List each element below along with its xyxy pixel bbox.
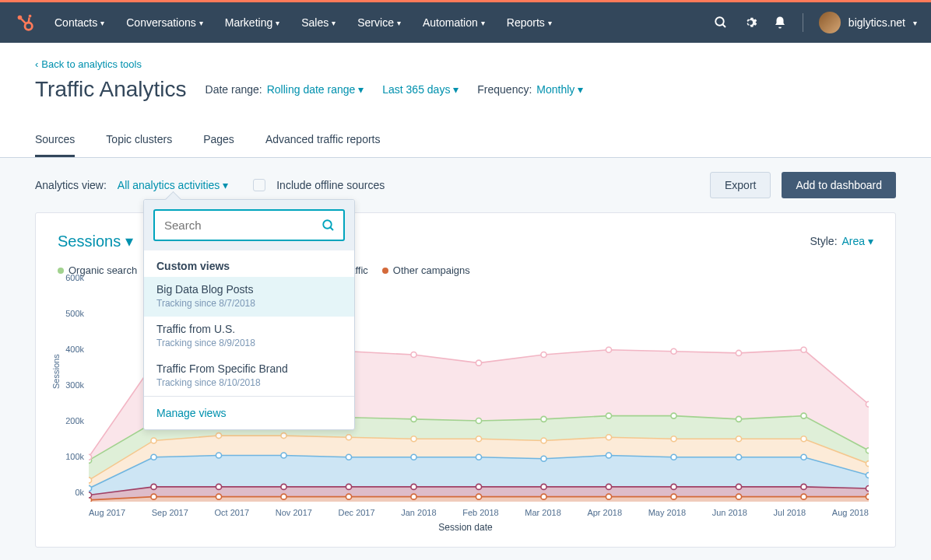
nav-right: biglytics.net ▾ xyxy=(714,12,917,33)
svg-point-42 xyxy=(671,454,676,460)
svg-point-31 xyxy=(801,484,806,489)
svg-point-22 xyxy=(216,484,221,489)
search-icon xyxy=(321,219,336,233)
svg-point-69 xyxy=(736,416,741,422)
manage-views-link[interactable]: Manage views xyxy=(156,407,227,419)
chevron-down-icon: ▾ xyxy=(332,19,336,27)
svg-point-66 xyxy=(541,416,546,422)
svg-line-4 xyxy=(29,17,30,23)
svg-point-21 xyxy=(151,484,156,489)
popup-item[interactable]: Traffic from U.S. Tracking since 8/9/201… xyxy=(144,317,354,356)
svg-point-43 xyxy=(736,454,741,460)
svg-point-50 xyxy=(346,435,351,440)
y-tick: 600k xyxy=(65,273,84,282)
popup-item-sub: Tracking since 8/9/2018 xyxy=(156,338,342,348)
user-menu[interactable]: biglytics.net ▾ xyxy=(819,12,917,33)
nav-marketing[interactable]: Marketing▾ xyxy=(225,16,279,29)
nav-sales[interactable]: Sales▾ xyxy=(301,16,336,29)
svg-point-58 xyxy=(866,461,869,467)
svg-point-30 xyxy=(736,484,741,489)
nav-items: Contacts▾ Conversations▾ Marketing▾ Sale… xyxy=(54,16,552,29)
popup-item-sub: Tracking since 8/10/2018 xyxy=(156,377,342,388)
svg-point-84 xyxy=(866,401,869,407)
chevron-down-icon: ▾ xyxy=(913,19,917,27)
svg-point-72 xyxy=(89,454,92,460)
x-tick: May 2018 xyxy=(648,508,686,517)
svg-point-52 xyxy=(476,436,481,442)
legend-item[interactable]: Other campaigns xyxy=(382,264,470,276)
style-dropdown[interactable]: Area ▾ xyxy=(842,235,873,247)
legend-dot xyxy=(58,268,64,274)
export-button[interactable]: Export xyxy=(710,172,771,198)
tab-topic-clusters[interactable]: Topic clusters xyxy=(106,124,172,157)
gear-icon[interactable] xyxy=(743,16,757,30)
svg-point-9 xyxy=(216,494,221,499)
frequency-dropdown[interactable]: Monthly ▾ xyxy=(536,83,583,96)
svg-point-34 xyxy=(151,454,156,460)
svg-point-39 xyxy=(476,454,481,460)
x-tick: Apr 2018 xyxy=(587,508,622,517)
date-range-value-dropdown[interactable]: Last 365 days ▾ xyxy=(382,83,458,96)
x-tick: Jun 2018 xyxy=(712,508,747,517)
nav-contacts[interactable]: Contacts▾ xyxy=(54,16,104,29)
y-tick: 0k xyxy=(75,488,84,497)
divider xyxy=(803,13,803,32)
svg-point-18 xyxy=(801,494,806,499)
svg-point-12 xyxy=(411,494,416,499)
nav-service[interactable]: Service▾ xyxy=(357,16,401,29)
svg-point-19 xyxy=(866,494,869,499)
y-tick: 400k xyxy=(65,345,84,354)
offline-label: Include offline sources xyxy=(276,179,385,191)
back-link[interactable]: ‹Back to analytics tools xyxy=(35,58,142,70)
svg-point-32 xyxy=(866,486,869,492)
svg-point-14 xyxy=(541,494,546,499)
bell-icon[interactable] xyxy=(773,16,787,30)
svg-point-71 xyxy=(866,448,869,453)
nav-conversations[interactable]: Conversations▾ xyxy=(126,16,203,29)
svg-point-80 xyxy=(606,347,611,352)
legend-dot xyxy=(382,268,388,274)
x-axis-label: Session date xyxy=(438,522,492,533)
nav-reports[interactable]: Reports▾ xyxy=(507,16,552,29)
tab-pages[interactable]: Pages xyxy=(203,124,234,157)
svg-point-68 xyxy=(671,413,676,418)
chevron-down-icon: ▾ xyxy=(276,19,279,27)
popup-search-input[interactable] xyxy=(153,209,345,241)
x-tick: Dec 2017 xyxy=(339,508,375,517)
chevron-down-icon: ▾ xyxy=(548,19,552,27)
top-nav: Contacts▾ Conversations▾ Marketing▾ Sale… xyxy=(0,2,931,43)
svg-point-51 xyxy=(411,436,416,442)
svg-point-47 xyxy=(151,438,156,443)
svg-point-78 xyxy=(476,360,481,366)
date-range-type-dropdown[interactable]: Rolling date range ▾ xyxy=(267,83,364,96)
search-icon[interactable] xyxy=(714,16,728,30)
svg-point-15 xyxy=(606,494,611,499)
svg-line-6 xyxy=(722,24,725,27)
svg-point-48 xyxy=(216,433,221,439)
add-dashboard-button[interactable]: Add to dashboard xyxy=(782,172,896,198)
page-title: Traffic Analytics xyxy=(35,77,187,102)
popup-item[interactable]: Traffic From Specific Brand Tracking sin… xyxy=(144,356,354,396)
svg-point-28 xyxy=(606,484,611,489)
svg-point-29 xyxy=(671,484,676,489)
tab-sources[interactable]: Sources xyxy=(35,124,75,157)
svg-point-5 xyxy=(715,17,724,26)
hubspot-logo xyxy=(14,12,36,33)
chart-title-dropdown[interactable]: Sessions ▾ xyxy=(58,232,133,250)
offline-checkbox[interactable] xyxy=(253,179,265,191)
popup-item[interactable]: Big Data Blog Posts Tracking since 8/7/2… xyxy=(144,277,354,317)
tab-advanced[interactable]: Advanced traffic reports xyxy=(265,124,381,157)
svg-point-53 xyxy=(541,438,546,443)
y-tick: 100k xyxy=(65,452,84,461)
svg-point-57 xyxy=(801,436,806,442)
x-tick: Feb 2018 xyxy=(462,508,498,517)
svg-point-17 xyxy=(736,494,741,499)
svg-point-85 xyxy=(323,220,332,229)
analytics-view-dropdown[interactable]: All analytics activities ▾ xyxy=(118,179,228,191)
x-tick: Nov 2017 xyxy=(276,508,312,517)
svg-point-79 xyxy=(541,352,546,358)
svg-point-83 xyxy=(801,347,806,352)
svg-point-46 xyxy=(89,478,92,483)
nav-automation[interactable]: Automation▾ xyxy=(423,16,485,29)
svg-point-65 xyxy=(476,418,481,423)
